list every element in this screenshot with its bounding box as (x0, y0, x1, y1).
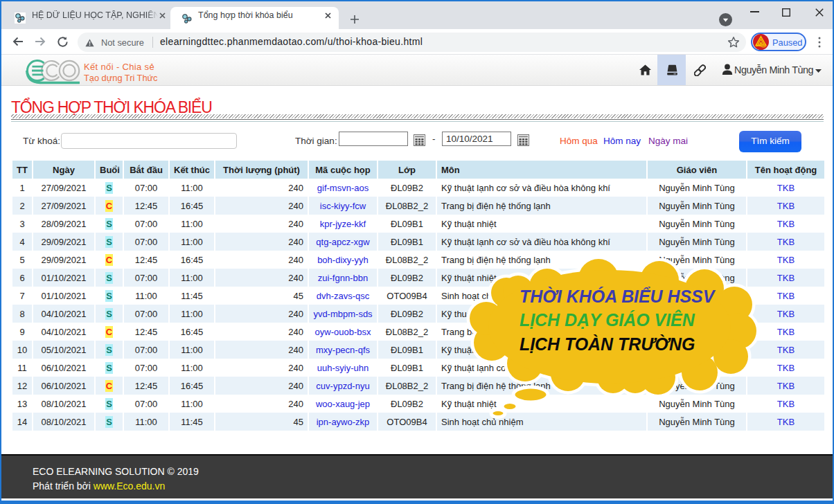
svg-text:LỊCH TOÀN TRƯỜNG: LỊCH TOÀN TRƯỜNG (520, 334, 695, 354)
svg-text:THỜI KHÓA BIỂU HSSV: THỜI KHÓA BIỂU HSSV (520, 287, 716, 306)
svg-text:LỊCH DẠY GIÁO VIÊN: LỊCH DẠY GIÁO VIÊN (520, 309, 695, 330)
